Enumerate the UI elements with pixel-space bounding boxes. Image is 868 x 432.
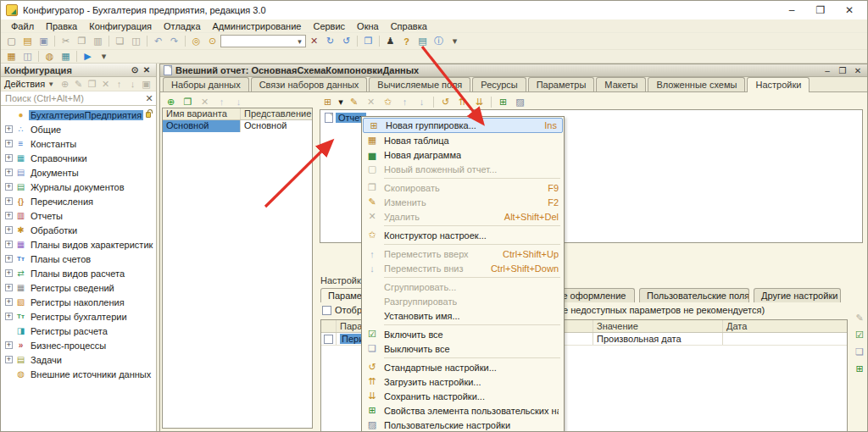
- tree-item-document-journals[interactable]: +▤Журналы документов: [1, 180, 156, 194]
- find-icon[interactable]: ◎: [188, 35, 204, 48]
- variant-move-down-button[interactable]: ↓: [231, 95, 247, 108]
- tree-item-documents[interactable]: +▤Документы: [1, 165, 156, 180]
- table-view-button[interactable]: ▦: [58, 50, 74, 64]
- tree-move-down-button[interactable]: ↓: [126, 78, 139, 91]
- tree-item-calculation-registers[interactable]: ◨Регистры расчета: [1, 324, 156, 338]
- tree-item-data-processors[interactable]: +✱Обработки: [1, 223, 156, 237]
- expand-icon[interactable]: +: [5, 269, 13, 277]
- syntax-check-module-button[interactable]: ↺: [338, 35, 354, 48]
- expand-icon[interactable]: +: [5, 226, 13, 234]
- tree-item-external-data-sources[interactable]: ◍Внешние источники данных: [1, 367, 156, 381]
- start-debugging-button[interactable]: ▶: [80, 50, 96, 64]
- menu-item-new-chart[interactable]: ▅ Новая диаграмма: [362, 147, 564, 162]
- expand-icon[interactable]: +: [5, 169, 13, 176]
- expand-icon[interactable]: +: [5, 125, 13, 133]
- mdi-restore-button[interactable]: ❐: [836, 66, 849, 75]
- window-minimize-button[interactable]: –: [777, 2, 806, 19]
- tree-item-catalogs[interactable]: +▦Справочники: [1, 151, 156, 165]
- tree-item-charts-of-accounts[interactable]: +ТтПланы счетов: [1, 252, 156, 266]
- variant-add-button[interactable]: ⊕: [163, 95, 179, 108]
- expand-icon[interactable]: +: [5, 140, 13, 147]
- tree-move-up-button[interactable]: ↑: [113, 78, 125, 91]
- user-settings-properties-button[interactable]: ⊞: [495, 95, 511, 108]
- menu-item-save-settings[interactable]: ⇊ Сохранить настройки...: [362, 389, 564, 403]
- search-combobox-input[interactable]: [221, 36, 294, 47]
- tab-parameters[interactable]: Параметры: [528, 77, 595, 91]
- menu-item-ungroup[interactable]: Разгруппировать: [362, 294, 564, 308]
- tree-item-tasks[interactable]: +▤Задачи: [1, 352, 156, 367]
- menu-item-delete[interactable]: ✕ Удалить Alt+Shift+Del: [362, 209, 564, 224]
- undo-button[interactable]: ↶: [150, 35, 166, 48]
- database-update-button[interactable]: ◍: [42, 50, 58, 64]
- menu-debug[interactable]: Отладка: [159, 20, 205, 32]
- settings-add-button[interactable]: ⊞: [320, 95, 336, 108]
- tree-item-root[interactable]: ● БухгалтерияПредприятия: [1, 108, 156, 122]
- debug-overflow-icon[interactable]: ▾: [96, 50, 112, 64]
- menu-item-user-settings[interactable]: ▨ Пользовательские настройки: [362, 418, 564, 432]
- tree-search-input[interactable]: [1, 93, 142, 103]
- menu-item-load-settings[interactable]: ⇈ Загрузить настройки...: [362, 374, 564, 389]
- period-use-checkbox[interactable]: [324, 335, 333, 344]
- menu-administration[interactable]: Администрирование: [208, 20, 307, 32]
- info-icon[interactable]: ⓘ: [431, 35, 447, 48]
- tree-item-accounting-registers[interactable]: +ТтРегистры бухгалтерии: [1, 309, 156, 324]
- variants-col-presentation[interactable]: Представление: [241, 108, 312, 119]
- period-value-cell[interactable]: Произвольная дата: [593, 333, 723, 345]
- help-contents-icon[interactable]: ▤: [415, 35, 431, 48]
- tab-data-sets[interactable]: Наборы данных: [163, 77, 249, 91]
- configuration-open-button[interactable]: ▦: [3, 50, 19, 64]
- settings-add-caret-icon[interactable]: ▾: [337, 95, 345, 108]
- variant-name-cell[interactable]: Основной: [163, 120, 241, 132]
- menu-item-move-up[interactable]: ↑ Переместить вверх Ctrl+Shift+Up: [362, 246, 564, 261]
- window-maximize-button[interactable]: ❐: [806, 2, 835, 19]
- variants-col-name[interactable]: Имя варианта: [163, 108, 241, 119]
- help-icon[interactable]: ?: [398, 35, 415, 48]
- tree-item-common[interactable]: +∴Общие: [1, 122, 156, 136]
- period-date-cell[interactable]: [723, 333, 847, 345]
- settings-tab-other-settings[interactable]: Другие настройки: [754, 288, 841, 302]
- tab-settings[interactable]: Настройки: [747, 77, 810, 92]
- variant-delete-button[interactable]: ✕: [197, 95, 213, 108]
- print-preview-button[interactable]: ◫: [128, 35, 144, 48]
- menu-edit[interactable]: Правка: [41, 20, 82, 32]
- redo-button[interactable]: ↷: [166, 35, 182, 48]
- parameters-col-value[interactable]: Значение: [593, 320, 723, 332]
- tree-edit-button[interactable]: ✎: [72, 78, 85, 91]
- menu-item-copy[interactable]: ❐ Скопировать F9: [362, 180, 564, 195]
- expand-icon[interactable]: +: [5, 241, 13, 248]
- variant-row[interactable]: Основной Основной: [163, 120, 312, 132]
- tree-item-enums[interactable]: +{}Перечисления: [1, 194, 156, 208]
- menu-configuration[interactable]: Конфигурация: [84, 20, 157, 32]
- tab-templates[interactable]: Макеты: [596, 77, 646, 91]
- menu-item-disable-all[interactable]: ❏ Выключить все: [362, 341, 564, 356]
- tab-data-set-links[interactable]: Связи наборов данных: [251, 77, 368, 91]
- panel-close-icon[interactable]: ✕: [141, 65, 153, 75]
- variant-presentation-cell[interactable]: Основной: [241, 120, 312, 132]
- window-close-button[interactable]: ✕: [835, 2, 864, 19]
- settings-delete-button[interactable]: ✕: [363, 95, 379, 108]
- tree-item-accumulation-registers[interactable]: +▧Регистры накопления: [1, 295, 156, 309]
- menu-service[interactable]: Сервис: [308, 20, 350, 32]
- tree-item-charts-of-calculation-types[interactable]: +⇄Планы видов расчета: [1, 266, 156, 280]
- syntax-check-button[interactable]: ↻: [322, 35, 338, 48]
- menu-item-new-grouping[interactable]: ⊞ Новая группировка... Ins: [363, 118, 563, 133]
- tree-add-button[interactable]: ⊕: [58, 78, 71, 91]
- tab-nested-schemas[interactable]: Вложенные схемы: [648, 77, 745, 91]
- menu-item-set-name[interactable]: Установить имя...: [362, 308, 564, 323]
- configuration-window-button[interactable]: ◫: [19, 50, 36, 64]
- expand-icon[interactable]: +: [5, 298, 13, 306]
- tree-item-constants[interactable]: +≡Константы: [1, 136, 156, 151]
- menu-item-new-table[interactable]: ▦ Новая таблица: [362, 133, 564, 147]
- show-unavailable-parameters-checkbox[interactable]: [322, 306, 331, 315]
- mdi-close-button[interactable]: ✕: [851, 66, 865, 75]
- menu-file[interactable]: Файл: [6, 20, 39, 32]
- settings-move-up-button[interactable]: ↑: [397, 95, 413, 108]
- expand-icon[interactable]: +: [5, 356, 13, 363]
- parameters-col-date[interactable]: Дата: [723, 320, 847, 332]
- expand-icon[interactable]: +: [5, 154, 13, 162]
- tree-item-reports[interactable]: +▥Отчеты: [1, 208, 156, 223]
- menu-item-standard-settings[interactable]: ↺ Стандартные настройки...: [362, 360, 564, 374]
- user-settings-button[interactable]: ▨: [512, 95, 528, 108]
- mdi-minimize-button[interactable]: –: [821, 66, 834, 75]
- check-all-button[interactable]: ☑: [853, 328, 867, 341]
